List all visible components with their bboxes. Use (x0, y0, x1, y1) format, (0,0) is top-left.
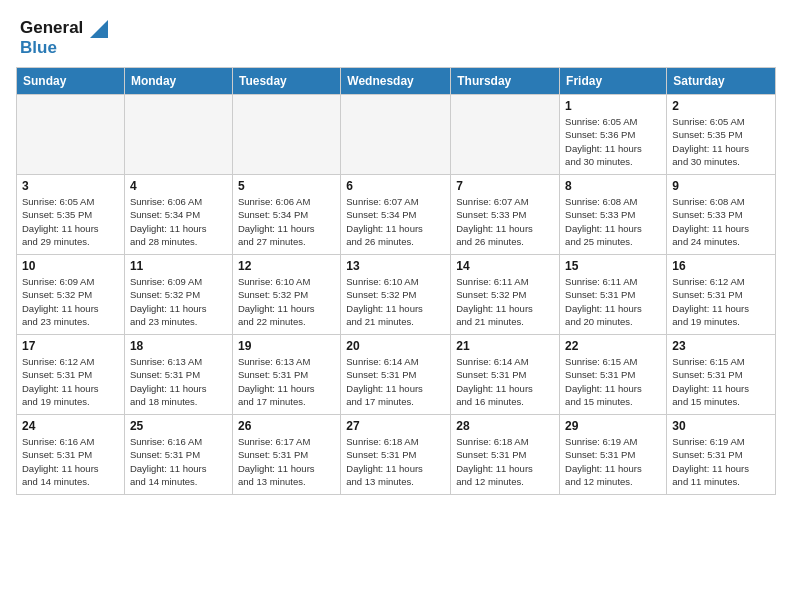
day-number: 7 (456, 179, 554, 193)
calendar-col-header: Monday (124, 68, 232, 95)
calendar-cell (124, 95, 232, 175)
cell-info: Sunrise: 6:19 AM Sunset: 5:31 PM Dayligh… (672, 435, 770, 488)
cell-info: Sunrise: 6:07 AM Sunset: 5:33 PM Dayligh… (456, 195, 554, 248)
cell-info: Sunrise: 6:05 AM Sunset: 5:35 PM Dayligh… (672, 115, 770, 168)
day-number: 23 (672, 339, 770, 353)
day-number: 15 (565, 259, 661, 273)
cell-info: Sunrise: 6:16 AM Sunset: 5:31 PM Dayligh… (22, 435, 119, 488)
cell-info: Sunrise: 6:15 AM Sunset: 5:31 PM Dayligh… (565, 355, 661, 408)
calendar-cell: 4Sunrise: 6:06 AM Sunset: 5:34 PM Daylig… (124, 175, 232, 255)
calendar-col-header: Sunday (17, 68, 125, 95)
day-number: 19 (238, 339, 335, 353)
day-number: 10 (22, 259, 119, 273)
calendar-cell: 6Sunrise: 6:07 AM Sunset: 5:34 PM Daylig… (341, 175, 451, 255)
cell-info: Sunrise: 6:11 AM Sunset: 5:31 PM Dayligh… (565, 275, 661, 328)
calendar-cell (451, 95, 560, 175)
day-number: 1 (565, 99, 661, 113)
day-number: 4 (130, 179, 227, 193)
day-number: 6 (346, 179, 445, 193)
day-number: 30 (672, 419, 770, 433)
calendar-cell: 2Sunrise: 6:05 AM Sunset: 5:35 PM Daylig… (667, 95, 776, 175)
cell-info: Sunrise: 6:09 AM Sunset: 5:32 PM Dayligh… (22, 275, 119, 328)
logo-line1: General (20, 18, 108, 38)
day-number: 29 (565, 419, 661, 433)
calendar-cell: 8Sunrise: 6:08 AM Sunset: 5:33 PM Daylig… (560, 175, 667, 255)
day-number: 24 (22, 419, 119, 433)
day-number: 5 (238, 179, 335, 193)
day-number: 9 (672, 179, 770, 193)
cell-info: Sunrise: 6:18 AM Sunset: 5:31 PM Dayligh… (456, 435, 554, 488)
calendar-cell: 27Sunrise: 6:18 AM Sunset: 5:31 PM Dayli… (341, 415, 451, 495)
calendar-cell: 14Sunrise: 6:11 AM Sunset: 5:32 PM Dayli… (451, 255, 560, 335)
calendar-col-header: Thursday (451, 68, 560, 95)
day-number: 3 (22, 179, 119, 193)
day-number: 17 (22, 339, 119, 353)
day-number: 13 (346, 259, 445, 273)
cell-info: Sunrise: 6:12 AM Sunset: 5:31 PM Dayligh… (672, 275, 770, 328)
calendar-cell: 16Sunrise: 6:12 AM Sunset: 5:31 PM Dayli… (667, 255, 776, 335)
day-number: 25 (130, 419, 227, 433)
calendar-cell: 15Sunrise: 6:11 AM Sunset: 5:31 PM Dayli… (560, 255, 667, 335)
cell-info: Sunrise: 6:17 AM Sunset: 5:31 PM Dayligh… (238, 435, 335, 488)
cell-info: Sunrise: 6:08 AM Sunset: 5:33 PM Dayligh… (565, 195, 661, 248)
day-number: 2 (672, 99, 770, 113)
day-number: 27 (346, 419, 445, 433)
cell-info: Sunrise: 6:13 AM Sunset: 5:31 PM Dayligh… (238, 355, 335, 408)
calendar-cell: 11Sunrise: 6:09 AM Sunset: 5:32 PM Dayli… (124, 255, 232, 335)
day-number: 22 (565, 339, 661, 353)
calendar-cell: 29Sunrise: 6:19 AM Sunset: 5:31 PM Dayli… (560, 415, 667, 495)
cell-info: Sunrise: 6:10 AM Sunset: 5:32 PM Dayligh… (238, 275, 335, 328)
calendar-cell: 21Sunrise: 6:14 AM Sunset: 5:31 PM Dayli… (451, 335, 560, 415)
calendar-week-row: 10Sunrise: 6:09 AM Sunset: 5:32 PM Dayli… (17, 255, 776, 335)
svg-marker-0 (90, 20, 108, 38)
calendar-col-header: Wednesday (341, 68, 451, 95)
calendar-table: SundayMondayTuesdayWednesdayThursdayFrid… (16, 67, 776, 495)
cell-info: Sunrise: 6:06 AM Sunset: 5:34 PM Dayligh… (130, 195, 227, 248)
calendar-cell (17, 95, 125, 175)
calendar-cell: 1Sunrise: 6:05 AM Sunset: 5:36 PM Daylig… (560, 95, 667, 175)
calendar-cell: 7Sunrise: 6:07 AM Sunset: 5:33 PM Daylig… (451, 175, 560, 255)
cell-info: Sunrise: 6:13 AM Sunset: 5:31 PM Dayligh… (130, 355, 227, 408)
calendar-cell: 22Sunrise: 6:15 AM Sunset: 5:31 PM Dayli… (560, 335, 667, 415)
cell-info: Sunrise: 6:18 AM Sunset: 5:31 PM Dayligh… (346, 435, 445, 488)
cell-info: Sunrise: 6:07 AM Sunset: 5:34 PM Dayligh… (346, 195, 445, 248)
calendar-cell: 30Sunrise: 6:19 AM Sunset: 5:31 PM Dayli… (667, 415, 776, 495)
day-number: 8 (565, 179, 661, 193)
cell-info: Sunrise: 6:05 AM Sunset: 5:36 PM Dayligh… (565, 115, 661, 168)
calendar-cell: 25Sunrise: 6:16 AM Sunset: 5:31 PM Dayli… (124, 415, 232, 495)
day-number: 11 (130, 259, 227, 273)
calendar-header-row: SundayMondayTuesdayWednesdayThursdayFrid… (17, 68, 776, 95)
cell-info: Sunrise: 6:09 AM Sunset: 5:32 PM Dayligh… (130, 275, 227, 328)
day-number: 28 (456, 419, 554, 433)
calendar-week-row: 3Sunrise: 6:05 AM Sunset: 5:35 PM Daylig… (17, 175, 776, 255)
day-number: 18 (130, 339, 227, 353)
calendar-cell: 13Sunrise: 6:10 AM Sunset: 5:32 PM Dayli… (341, 255, 451, 335)
calendar-week-row: 24Sunrise: 6:16 AM Sunset: 5:31 PM Dayli… (17, 415, 776, 495)
calendar-cell: 3Sunrise: 6:05 AM Sunset: 5:35 PM Daylig… (17, 175, 125, 255)
day-number: 20 (346, 339, 445, 353)
calendar-cell (341, 95, 451, 175)
cell-info: Sunrise: 6:08 AM Sunset: 5:33 PM Dayligh… (672, 195, 770, 248)
calendar-cell: 23Sunrise: 6:15 AM Sunset: 5:31 PM Dayli… (667, 335, 776, 415)
calendar-cell: 24Sunrise: 6:16 AM Sunset: 5:31 PM Dayli… (17, 415, 125, 495)
calendar-cell: 10Sunrise: 6:09 AM Sunset: 5:32 PM Dayli… (17, 255, 125, 335)
calendar-cell: 20Sunrise: 6:14 AM Sunset: 5:31 PM Dayli… (341, 335, 451, 415)
page-header: General Blue (0, 0, 792, 67)
cell-info: Sunrise: 6:15 AM Sunset: 5:31 PM Dayligh… (672, 355, 770, 408)
day-number: 26 (238, 419, 335, 433)
calendar-container: SundayMondayTuesdayWednesdayThursdayFrid… (0, 67, 792, 503)
calendar-cell: 12Sunrise: 6:10 AM Sunset: 5:32 PM Dayli… (232, 255, 340, 335)
calendar-cell: 19Sunrise: 6:13 AM Sunset: 5:31 PM Dayli… (232, 335, 340, 415)
cell-info: Sunrise: 6:10 AM Sunset: 5:32 PM Dayligh… (346, 275, 445, 328)
cell-info: Sunrise: 6:16 AM Sunset: 5:31 PM Dayligh… (130, 435, 227, 488)
day-number: 16 (672, 259, 770, 273)
day-number: 21 (456, 339, 554, 353)
calendar-cell: 26Sunrise: 6:17 AM Sunset: 5:31 PM Dayli… (232, 415, 340, 495)
logo: General Blue (20, 18, 108, 57)
cell-info: Sunrise: 6:14 AM Sunset: 5:31 PM Dayligh… (346, 355, 445, 408)
day-number: 12 (238, 259, 335, 273)
calendar-cell: 17Sunrise: 6:12 AM Sunset: 5:31 PM Dayli… (17, 335, 125, 415)
cell-info: Sunrise: 6:11 AM Sunset: 5:32 PM Dayligh… (456, 275, 554, 328)
calendar-col-header: Saturday (667, 68, 776, 95)
logo-line2: Blue (20, 38, 57, 58)
